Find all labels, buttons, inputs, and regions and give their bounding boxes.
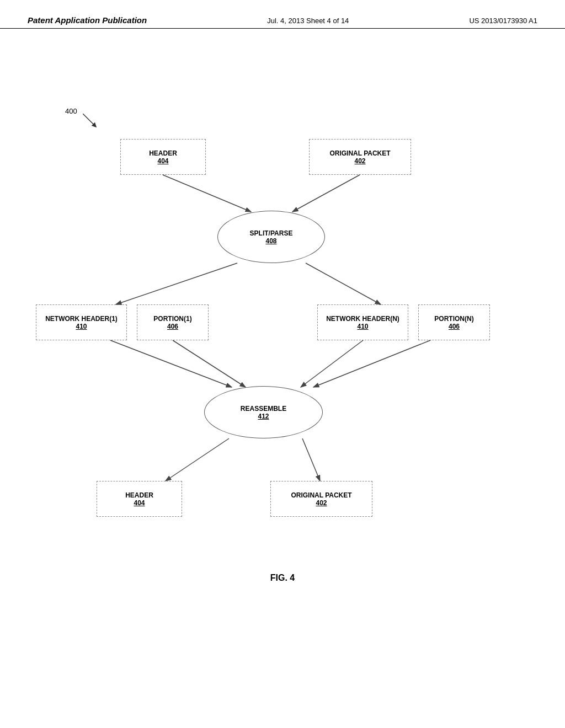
original-packet-top-box: ORIGINAL PACKET 402 [309, 139, 411, 175]
svg-line-7 [173, 340, 246, 387]
svg-line-10 [166, 438, 229, 481]
split-parse-ellipse: SPLIT/PARSE 408 [217, 211, 325, 263]
svg-line-5 [306, 263, 381, 304]
svg-line-6 [110, 340, 232, 387]
svg-line-8 [301, 340, 363, 387]
network-header-1-box: NETWORK HEADER(1) 410 [36, 304, 127, 340]
date-sheet-info: Jul. 4, 2013 Sheet 4 of 14 [267, 17, 349, 25]
header-bottom-box: HEADER 404 [97, 481, 182, 517]
svg-line-0 [83, 114, 95, 126]
svg-line-3 [292, 175, 360, 212]
figure-caption: FIG. 4 [0, 573, 565, 583]
portion-n-box: PORTION(N) 406 [418, 304, 490, 340]
svg-line-9 [313, 340, 430, 387]
diagram-area: 400 HEADER 404 ORIGINAL PACKET 402 SPLIT… [0, 29, 565, 635]
header-top-box: HEADER 404 [120, 139, 206, 175]
svg-line-4 [116, 263, 237, 304]
page-header: Patent Application Publication Jul. 4, 2… [0, 0, 565, 29]
root-arrow-icon [83, 114, 98, 131]
publication-label: Patent Application Publication [28, 15, 147, 25]
patent-number: US 2013/0173930 A1 [469, 17, 537, 25]
svg-line-2 [163, 175, 251, 212]
portion-1-box: PORTION(1) 406 [137, 304, 209, 340]
page: Patent Application Publication Jul. 4, 2… [0, 0, 565, 728]
original-packet-bottom-box: ORIGINAL PACKET 402 [270, 481, 372, 517]
svg-line-11 [302, 438, 320, 481]
reassemble-ellipse: REASSEMBLE 412 [204, 386, 323, 438]
root-label: 400 [65, 107, 77, 115]
network-header-n-box: NETWORK HEADER(N) 410 [317, 304, 408, 340]
